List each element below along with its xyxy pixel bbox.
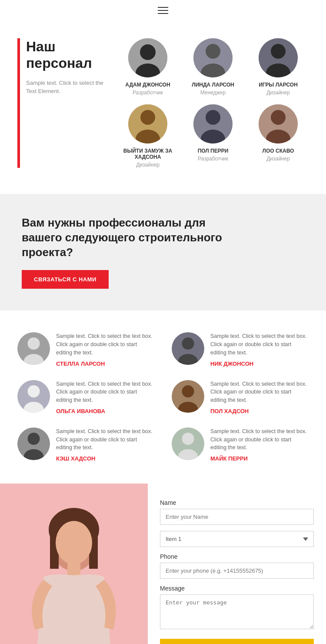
team-member: ЛОО СКАВО Дизайнер (248, 104, 309, 168)
member-role: Дизайнер (136, 162, 160, 168)
list-item-text: Sample text. Click to select the text bo… (56, 332, 154, 357)
member-role: Разработчик (198, 156, 228, 162)
list-item-info: Sample text. Click to select the text bo… (56, 332, 154, 367)
dropdown-field-group: Item 1 Item 2 Item 3 (160, 531, 314, 547)
list-item-name: СТЕЛЛА ЛАРСОН (56, 360, 154, 367)
svg-point-16 (271, 110, 286, 125)
member-role: Разработчик (133, 90, 163, 96)
member-name: ЛИНДА ЛАРСОН (192, 82, 234, 88)
member-name: ПОЛ ПЕРРИ (198, 148, 229, 154)
svg-point-28 (182, 385, 194, 397)
team-section: Наш персонал Sample text. Click to selec… (0, 21, 326, 194)
svg-point-31 (28, 433, 40, 445)
svg-point-41 (56, 521, 92, 564)
team-list-section: Sample text. Click to select the text bo… (0, 310, 326, 484)
phone-field-group: Phone (160, 553, 314, 579)
list-item-info: Sample text. Click to select the text bo… (56, 427, 154, 462)
svg-point-25 (28, 385, 40, 397)
member-role: Дизайнер (266, 156, 290, 162)
name-field-group: Name (160, 499, 314, 525)
team-member: АДАМ ДЖОНСОН Разработчик (117, 38, 178, 96)
avatar (193, 38, 233, 77)
svg-point-7 (271, 44, 286, 59)
phone-input[interactable] (160, 563, 314, 579)
form-section: Name Item 1 Item 2 Item 3 Phone Message … (0, 484, 326, 644)
list-item: Sample text. Click to select the text bo… (172, 427, 309, 462)
list-item-info: Sample text. Click to select the text bo… (56, 380, 154, 414)
avatar (259, 38, 298, 77)
list-item-text: Sample text. Click to select the text bo… (56, 380, 154, 404)
list-item: Sample text. Click to select the text bo… (17, 427, 154, 462)
phone-label: Phone (160, 553, 314, 560)
list-item-text: Sample text. Click to select the text bo… (210, 427, 309, 452)
list-item-name: ОЛЬГА ИВАНОВА (56, 408, 154, 414)
svg-point-22 (182, 337, 194, 350)
list-item-name: НИК ДЖОНСОН (210, 360, 309, 367)
menu-icon[interactable] (158, 7, 168, 14)
svg-rect-42 (67, 564, 80, 577)
team-heading: Наш персонал (26, 38, 104, 72)
list-item-name: ПОЛ ХАДСОН (210, 408, 309, 414)
team-description: Sample text. Click to select the Text El… (26, 79, 104, 96)
svg-point-13 (206, 110, 220, 125)
name-label: Name (160, 499, 314, 506)
member-name: АДАМ ДЖОНСОН (125, 82, 170, 88)
team-member: ВЫЙТИ ЗАМУЖ ЗА ХАДСОНА Дизайнер (117, 104, 178, 168)
avatar (17, 380, 50, 413)
avatar (193, 104, 233, 143)
contact-us-button[interactable]: СВЯЗАТЬСЯ С НАМИ (22, 270, 109, 289)
list-item-text: Sample text. Click to select the text bo… (210, 380, 309, 404)
list-item-text: Sample text. Click to select the text bo… (56, 427, 154, 452)
member-name: ВЫЙТИ ЗАМУЖ ЗА ХАДСОНА (117, 148, 178, 160)
team-member: ПОЛ ПЕРРИ Разработчик (183, 104, 243, 168)
list-item: Sample text. Click to select the text bo… (172, 332, 309, 367)
avatar (172, 427, 204, 460)
team-grid: АДАМ ДЖОНСОН Разработчик ЛИНДА ЛАРСОН Ме… (117, 38, 309, 168)
list-item-name: МАЙК ПЕРРИ (210, 455, 309, 462)
svg-point-4 (206, 44, 220, 59)
cta-heading: Вам нужны профессионалы для вашего следу… (22, 216, 230, 260)
submit-button[interactable]: ПРЕДСТАВЛЯТЬ НА РАССМОТРЕНИЕ (160, 639, 314, 644)
avatar (17, 427, 50, 460)
message-field-group: Message (160, 585, 314, 631)
avatar (172, 332, 204, 365)
svg-point-19 (28, 337, 40, 350)
team-intro: Наш персонал Sample text. Click to selec… (17, 38, 104, 168)
avatar (128, 104, 167, 143)
avatar (259, 104, 298, 143)
cta-section: Вам нужны профессионалы для вашего следу… (0, 194, 326, 310)
member-name: ИГРЫ ЛАРСОН (259, 82, 298, 88)
member-name: ЛОО СКАВО (263, 148, 294, 154)
message-input[interactable] (160, 594, 314, 629)
form-right: Name Item 1 Item 2 Item 3 Phone Message … (148, 484, 326, 644)
svg-point-1 (140, 44, 156, 60)
team-list-grid: Sample text. Click to select the text bo… (17, 332, 309, 462)
avatar (128, 38, 167, 77)
list-item-info: Sample text. Click to select the text bo… (210, 380, 309, 414)
list-item: Sample text. Click to select the text bo… (17, 332, 154, 367)
member-role: Дизайнер (266, 90, 290, 96)
list-item: Sample text. Click to select the text bo… (172, 380, 309, 414)
list-item-text: Sample text. Click to select the text bo… (210, 332, 309, 357)
team-member: ЛИНДА ЛАРСОН Менеджер (183, 38, 243, 96)
header (0, 0, 326, 21)
avatar (172, 380, 204, 413)
svg-point-10 (140, 110, 155, 125)
list-item-info: Sample text. Click to select the text bo… (210, 427, 309, 462)
list-item: Sample text. Click to select the text bo… (17, 380, 154, 414)
list-item-info: Sample text. Click to select the text bo… (210, 332, 309, 367)
member-role: Менеджер (200, 90, 226, 96)
message-label: Message (160, 585, 314, 592)
name-input[interactable] (160, 509, 314, 525)
avatar (17, 332, 50, 365)
list-item-name: КЭШ ХАДСОН (56, 455, 154, 462)
item-select[interactable]: Item 1 Item 2 Item 3 (160, 531, 314, 547)
team-member: ИГРЫ ЛАРСОН Дизайнер (248, 38, 309, 96)
svg-point-34 (182, 433, 194, 445)
form-image (0, 484, 148, 644)
